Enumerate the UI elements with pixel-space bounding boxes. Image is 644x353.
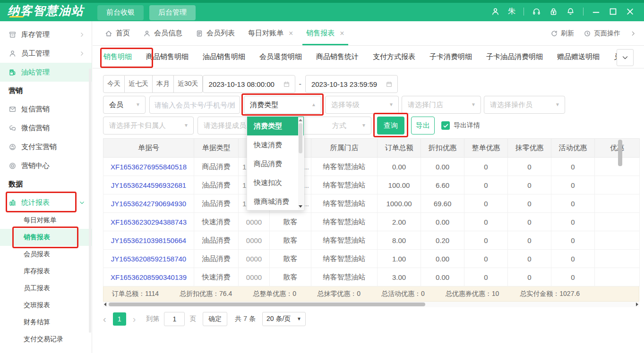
subtab-expand-button[interactable] <box>617 49 634 66</box>
subtab[interactable]: 油品销售明细 <box>196 46 252 68</box>
export-detail-checkbox[interactable] <box>441 121 450 130</box>
order-number-link[interactable]: JY16536242790694930 <box>103 194 194 213</box>
headset-icon[interactable] <box>532 7 541 16</box>
sidebar-subitem[interactable]: 员工报表 <box>0 280 92 297</box>
level-select[interactable]: 选择等级 <box>325 96 399 114</box>
order-number-link[interactable]: JY16536244596932681 <box>103 176 194 194</box>
page-tab[interactable]: 销售报表× <box>300 21 351 45</box>
dropdown-option[interactable]: 微商城消费 <box>247 192 304 211</box>
close-window-icon[interactable] <box>626 7 635 16</box>
confirm-button[interactable]: 确定 <box>203 312 227 326</box>
lock-icon[interactable] <box>549 7 558 16</box>
maximize-icon[interactable] <box>609 7 618 16</box>
scroll-up-arrow[interactable] <box>299 119 302 121</box>
table-cell: 0.00 <box>421 250 464 268</box>
subtab[interactable]: 支付方式报表 <box>366 46 422 68</box>
subtab[interactable]: 赠品赠送明细 <box>550 46 607 68</box>
member-select[interactable]: 会员 <box>103 96 146 114</box>
table-cell: 油品消费 <box>194 176 239 194</box>
sidebar-item[interactable]: 油站管理 <box>0 63 92 82</box>
card-owner-select[interactable]: 请选择开卡归属人 <box>103 117 194 134</box>
quick-date-button[interactable]: 近七天 <box>125 75 153 93</box>
sidebar-subitem[interactable]: 交班报表 <box>0 297 92 314</box>
scroll-right-arrow[interactable] <box>636 303 638 306</box>
sidebar-subitem[interactable]: 库存报表 <box>0 263 92 280</box>
sidebar-item[interactable]: 员工管理 <box>0 44 92 63</box>
quick-date-button[interactable]: 今天 <box>103 75 125 93</box>
page-ops-button[interactable]: 页面操作 <box>584 29 620 38</box>
subtab[interactable]: 会员退货明细 <box>252 46 309 68</box>
order-number-link[interactable]: XF16536276955840518 <box>103 158 194 176</box>
sidebar-item[interactable]: 库存管理 <box>0 25 92 44</box>
page-tab[interactable]: 首页 <box>98 21 137 45</box>
store-select[interactable]: 请选择门店 <box>402 96 481 114</box>
close-tab-icon[interactable]: × <box>340 29 344 38</box>
table-header-cell: 整单优惠 <box>464 139 508 158</box>
dropdown-option[interactable]: 快速消费 <box>247 135 304 154</box>
sidebar-item[interactable]: 微信营销 <box>0 118 92 137</box>
quick-date-button[interactable]: 近30天 <box>174 75 203 93</box>
nav-tab-back-admin[interactable]: 后台管理 <box>149 5 196 20</box>
member-search-input[interactable] <box>149 96 240 114</box>
date-from-input[interactable]: 2023-10-13 08:00:00 <box>203 75 295 93</box>
sidebar-subitem[interactable]: 销售报表 <box>0 229 92 246</box>
sidebar-item[interactable]: 统计报表 <box>0 193 92 212</box>
scroll-down-arrow[interactable] <box>299 205 302 208</box>
subtab[interactable]: 商品销售统计 <box>309 46 366 68</box>
subtab[interactable]: 商品销售明细 <box>139 46 196 68</box>
sidebar-item[interactable]: 短信营销 <box>0 100 92 118</box>
date-to-input[interactable]: 2023-10-13 23:59:59 <box>305 75 398 93</box>
scrollbar-thumb[interactable] <box>109 303 425 306</box>
chevron-right-icon[interactable] <box>630 30 636 37</box>
bell-icon[interactable] <box>566 7 575 16</box>
subtab[interactable]: 子卡消费明细 <box>422 46 479 68</box>
dropdown-option[interactable]: 消费类型 <box>247 117 304 135</box>
sidebar-scrollbar[interactable] <box>89 68 91 333</box>
quick-date-button[interactable]: 本月 <box>153 75 174 93</box>
table-cell: 100.00 <box>378 176 421 194</box>
order-number-link[interactable]: JY16536210398150664 <box>103 231 194 250</box>
arrow-down-icon <box>297 317 301 321</box>
minimize-icon[interactable] <box>592 7 601 16</box>
page-size-select[interactable]: 20 条/页 <box>262 312 306 326</box>
page-tab[interactable]: 每日对账单× <box>241 21 300 45</box>
dropdown-scrollbar-thumb[interactable] <box>299 123 302 153</box>
goto-page-input[interactable] <box>164 312 185 326</box>
scroll-left-arrow[interactable] <box>104 303 106 306</box>
current-page-button[interactable]: 1 <box>113 312 126 326</box>
prev-page-button[interactable]: ‹ <box>103 314 106 325</box>
query-button[interactable]: 查询 <box>377 117 404 134</box>
dropdown-option[interactable]: 商品消费 <box>247 154 304 173</box>
refresh-icon <box>550 30 558 37</box>
page-tab[interactable]: 会员信息 <box>137 21 189 45</box>
order-number-link[interactable]: XF16536208590340139 <box>103 268 194 286</box>
order-number-link[interactable]: JY16536208592158740 <box>103 250 194 268</box>
sidebar-subitem[interactable]: 会员报表 <box>0 246 92 263</box>
close-tab-icon[interactable]: × <box>289 29 293 38</box>
sidebar-menu: 库存管理员工管理油站管理营销短信营销微信营销支付宝营销营销中心数据统计报表每日对… <box>0 21 92 353</box>
horizontal-scrollbar[interactable] <box>103 302 639 307</box>
nav-tab-front-cashier[interactable]: 前台收银 <box>97 5 144 20</box>
table-cell: 0 <box>551 176 595 194</box>
next-page-button[interactable]: › <box>133 314 136 325</box>
consume-type-select[interactable]: 消费类型 <box>244 96 321 114</box>
table-vscrollbar-thumb[interactable] <box>618 140 622 166</box>
subtab[interactable]: 子卡油品消费明细 <box>479 46 550 68</box>
user-name[interactable]: 朱 <box>508 7 515 17</box>
sidebar-item[interactable]: 数据分析 <box>0 348 92 353</box>
sidebar-item[interactable]: 支付宝营销 <box>0 137 92 156</box>
sidebar-subitem[interactable]: 支付交易记录 <box>0 331 92 348</box>
dropdown-option[interactable]: 快速扣次 <box>247 173 304 192</box>
order-number-link[interactable]: XF16536230294388743 <box>103 213 194 231</box>
dropdown-scrollbar[interactable] <box>298 117 303 210</box>
table-cell: 油品消费 <box>194 250 239 268</box>
export-button[interactable]: 导出 <box>411 117 435 134</box>
page-tab[interactable]: 会员列表 <box>189 21 241 45</box>
refresh-button[interactable]: 刷新 <box>550 29 574 38</box>
subtab[interactable]: 销售明细 <box>96 46 139 68</box>
sidebar-subitem[interactable]: 每日对账单 <box>0 212 92 229</box>
sidebar-item-label: 支付宝营销 <box>21 143 57 151</box>
operator-select[interactable]: 请选择操作员 <box>484 96 565 114</box>
sidebar-subitem[interactable]: 财务结算 <box>0 314 92 331</box>
sidebar-item[interactable]: 营销中心 <box>0 156 92 175</box>
